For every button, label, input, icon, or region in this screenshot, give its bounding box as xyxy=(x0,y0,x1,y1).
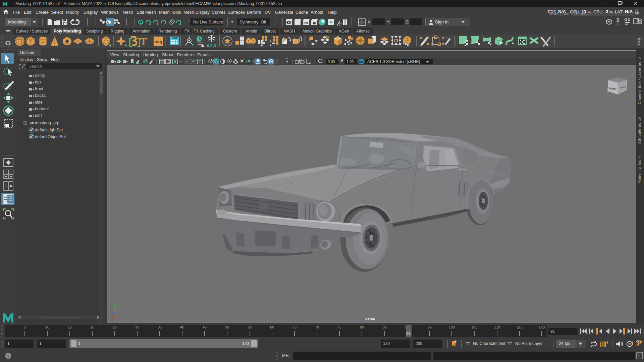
svg-text:35: 35 xyxy=(158,325,162,329)
svg-text:75: 75 xyxy=(337,325,341,329)
svg-text:defaultObjectSet: defaultObjectSet xyxy=(35,134,66,139)
svg-text:80: 80 xyxy=(360,325,364,329)
svg-text:bottom1: bottom1 xyxy=(35,107,50,111)
svg-text:top: top xyxy=(35,80,41,84)
svg-text:mustang_grp: mustang_grp xyxy=(35,121,59,125)
svg-text:IPR: IPR xyxy=(304,21,308,24)
svg-text:RIGHT: RIGHT xyxy=(609,87,617,90)
svg-text:50: 50 xyxy=(225,325,229,329)
svg-text:15: 15 xyxy=(68,325,72,329)
svg-text:105: 105 xyxy=(471,325,477,329)
svg-text:91: 91 xyxy=(407,331,411,336)
svg-text:95: 95 xyxy=(428,325,432,329)
svg-text:65: 65 xyxy=(292,325,297,329)
svg-text:BACK: BACK xyxy=(620,86,627,88)
svg-text:T: T xyxy=(140,36,147,48)
svg-text:10: 10 xyxy=(45,325,49,329)
svg-text:120: 120 xyxy=(539,325,545,329)
svg-text:0.00: 0.00 xyxy=(328,60,335,64)
svg-text:ON: ON xyxy=(359,60,363,63)
svg-text:svg: svg xyxy=(155,39,162,44)
svg-text:side: side xyxy=(35,100,43,105)
svg-text:defaultLightSet: defaultLightSet xyxy=(35,128,63,132)
svg-text:?: ? xyxy=(7,354,10,359)
svg-text:70: 70 xyxy=(315,325,319,329)
svg-text:40: 40 xyxy=(180,325,184,329)
svg-text:y: y xyxy=(114,303,116,307)
svg-text:45: 45 xyxy=(203,325,207,329)
svg-text:z: z xyxy=(109,309,111,313)
svg-text:-1: -1 xyxy=(629,343,631,345)
svg-text:0,0,0: 0,0,0 xyxy=(207,44,216,48)
svg-text:110: 110 xyxy=(494,325,500,329)
svg-text:1.00: 1.00 xyxy=(346,60,354,64)
svg-text:55: 55 xyxy=(248,325,252,329)
svg-text:ACES 1.0 SDR-video (sRGB): ACES 1.0 SDR-video (sRGB) xyxy=(367,59,420,64)
svg-text:115: 115 xyxy=(517,325,523,329)
svg-text:25: 25 xyxy=(113,325,117,329)
svg-text:30: 30 xyxy=(135,325,139,329)
svg-text:60: 60 xyxy=(270,325,274,329)
svg-text:T: T xyxy=(199,60,201,64)
svg-text:{;}: {;} xyxy=(638,355,641,358)
svg-text:x: x xyxy=(113,317,115,320)
svg-text:5: 5 xyxy=(24,325,26,329)
svg-text:100: 100 xyxy=(449,325,455,329)
svg-text:left1: left1 xyxy=(35,113,43,118)
svg-text:front: front xyxy=(35,86,44,91)
svg-text:persp: persp xyxy=(35,73,45,78)
svg-text:85: 85 xyxy=(383,325,387,329)
svg-text:back1: back1 xyxy=(35,93,46,98)
svg-text:20: 20 xyxy=(90,325,94,329)
